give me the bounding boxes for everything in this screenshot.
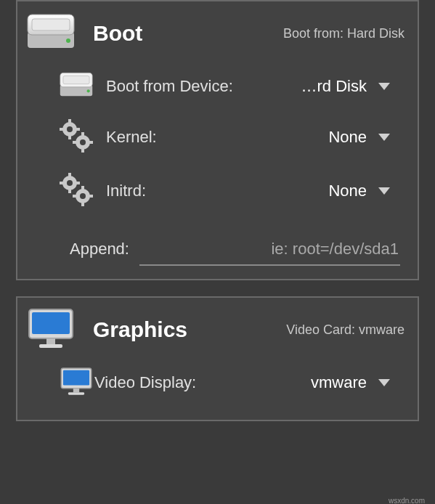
svg-point-7 [87, 89, 90, 92]
svg-rect-16 [81, 132, 84, 137]
svg-rect-37 [63, 370, 89, 386]
svg-rect-23 [68, 189, 71, 193]
svg-point-3 [66, 38, 70, 43]
gears-icon [58, 171, 94, 211]
svg-rect-35 [39, 344, 62, 348]
kernel-row[interactable]: Kernel: None [17, 110, 418, 164]
settings-panel: Boot Boot from: Hard Disk Boot from Devi… [0, 0, 435, 504]
append-row: Append: [17, 218, 418, 266]
svg-rect-34 [46, 338, 55, 344]
svg-point-21 [67, 180, 73, 186]
svg-rect-18 [73, 141, 77, 144]
hard-disk-icon [58, 70, 94, 103]
chevron-down-icon [378, 379, 390, 386]
boot-device-label: Boot from Device: [106, 77, 233, 96]
svg-rect-24 [60, 182, 64, 184]
append-input[interactable] [139, 237, 400, 266]
svg-rect-33 [32, 312, 70, 334]
boot-section: Boot Boot from: Hard Disk Boot from Devi… [16, 0, 419, 280]
svg-point-27 [80, 193, 86, 199]
gears-icon [58, 118, 94, 157]
boot-from-device-row[interactable]: Boot from Device: …rd Disk [17, 62, 418, 110]
svg-rect-2 [32, 19, 70, 31]
video-display-value: vmware [196, 373, 378, 392]
boot-summary: Boot from: Hard Disk [142, 26, 404, 41]
svg-rect-29 [81, 202, 84, 206]
kernel-value: None [157, 128, 378, 147]
svg-rect-11 [68, 135, 71, 139]
initrd-row[interactable]: Initrd: None [17, 164, 418, 218]
monitor-icon [58, 366, 94, 399]
watermark: wsxdn.com [389, 497, 425, 504]
graphics-title: Graphics [93, 317, 187, 342]
svg-rect-30 [73, 195, 77, 198]
svg-point-9 [67, 126, 73, 132]
svg-rect-17 [81, 148, 84, 153]
graphics-header: Graphics Video Card: vmware [17, 298, 418, 359]
svg-rect-10 [68, 119, 71, 123]
svg-point-15 [80, 139, 86, 145]
svg-rect-31 [89, 195, 93, 198]
video-display-label: Video Display: [94, 373, 196, 392]
chevron-down-icon [378, 83, 390, 90]
svg-rect-25 [76, 182, 80, 184]
svg-rect-38 [73, 389, 79, 393]
video-display-row[interactable]: Video Display: vmware [17, 359, 418, 407]
monitor-icon [25, 306, 77, 353]
svg-rect-6 [63, 76, 89, 84]
boot-header: Boot Boot from: Hard Disk [17, 1, 418, 62]
svg-rect-13 [76, 128, 80, 131]
graphics-section: Graphics Video Card: vmware Video Displa… [16, 296, 419, 421]
chevron-down-icon [378, 134, 390, 141]
graphics-summary: Video Card: vmware [187, 322, 404, 338]
append-label: Append: [70, 240, 129, 259]
chevron-down-icon [378, 187, 390, 195]
svg-rect-12 [60, 128, 64, 131]
boot-title: Boot [93, 21, 142, 46]
boot-device-value: …rd Disk [233, 77, 378, 96]
initrd-label: Initrd: [106, 182, 146, 200]
hard-disk-icon [25, 10, 77, 57]
svg-rect-39 [68, 392, 84, 394]
initrd-value: None [146, 182, 378, 200]
svg-rect-19 [89, 141, 93, 144]
svg-rect-28 [81, 186, 84, 190]
svg-rect-22 [68, 173, 71, 177]
kernel-label: Kernel: [106, 128, 157, 147]
